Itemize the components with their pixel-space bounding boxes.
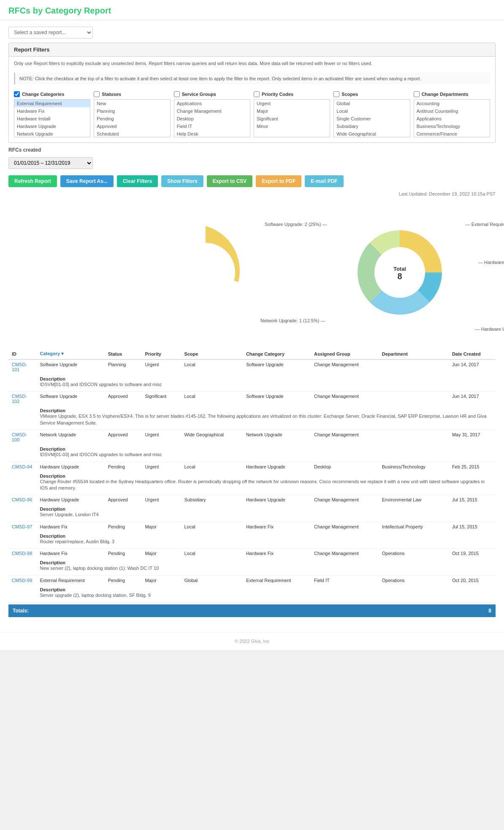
row-status: Pending [105, 522, 142, 531]
list-item[interactable]: Wide Geographical [334, 130, 409, 137]
donut-hole [176, 243, 235, 302]
list-item[interactable]: Network Upgrade [14, 130, 90, 137]
list-item[interactable]: Pending [94, 115, 170, 122]
row-id-link[interactable]: CMSD-102 [12, 394, 27, 404]
list-item[interactable]: Minor [254, 122, 330, 130]
donut-wrapper: Total 8 — External Requirement: 1 (12.5%… [353, 226, 446, 319]
list-item[interactable]: Business/Technology [414, 122, 490, 130]
list-item[interactable]: Subsidiary [334, 122, 409, 130]
priority-codes-list: Urgent Major Significant Minor [254, 99, 330, 137]
row-status: Pending [105, 575, 142, 585]
change-categories-checkbox[interactable] [14, 91, 20, 97]
list-item[interactable]: Scheduled [94, 130, 170, 137]
row-priority: Urgent [141, 430, 181, 445]
row-scope: Wide Geographical [181, 430, 243, 445]
table-row-desc: Description Change Router #55534 located… [8, 471, 496, 495]
scopes-label: Scopes [341, 92, 358, 97]
email-pdf-button[interactable]: E-mail PDF [305, 175, 343, 187]
list-item[interactable]: Urgent [254, 100, 330, 107]
row-department [379, 359, 449, 374]
change-departments-label: Change Departments [422, 92, 469, 97]
save-report-button[interactable]: Save Report As... [60, 175, 114, 187]
row-assigned-group: Desktop [311, 462, 379, 471]
list-item[interactable]: External Requirement [14, 100, 90, 107]
row-id-link[interactable]: CMSD-97 [12, 524, 32, 529]
totals-value: 8 [488, 608, 491, 614]
row-id-link[interactable]: CMSD-98 [12, 551, 32, 556]
row-description: Description Router repair/replace, Austi… [37, 531, 496, 549]
row-id-link[interactable]: CMSD-94 [12, 464, 32, 469]
label-hardware-upgrade: — Hardware Upgrade: 2 (25%) [475, 327, 504, 332]
row-priority: Urgent [141, 462, 181, 471]
table-row-desc: Description IDSVM[01-03] and IDSCON upgr… [8, 444, 496, 462]
row-description: Description Server Upgrade, London IT4 [37, 504, 496, 522]
list-item[interactable]: Global [334, 100, 409, 107]
col-category[interactable]: Category ▾ [37, 348, 105, 359]
table-row-desc: Description Router repair/replace, Austi… [8, 531, 496, 549]
row-id-link[interactable]: CMSD-100 [12, 432, 27, 442]
row-id-link[interactable]: CMSD-96 [12, 497, 32, 502]
clear-filters-button[interactable]: Clear Filters [117, 175, 158, 187]
list-item[interactable]: Accounting [414, 100, 490, 107]
list-item[interactable]: Hardware Upgrade [14, 122, 90, 130]
filter-change-departments: Change Departments Accounting Antitrust … [414, 91, 490, 137]
list-item[interactable]: Approved [94, 122, 170, 130]
list-item[interactable]: Planning [94, 107, 170, 115]
saved-report-select[interactable]: Select a saved report... [8, 27, 93, 38]
row-assigned-group: Change Management [311, 430, 379, 445]
row-description: Description New server (2), laptop docki… [37, 558, 496, 575]
export-pdf-button[interactable]: Export to PDF [256, 175, 301, 187]
list-item[interactable]: Significant [254, 115, 330, 122]
row-date-created: Jun 14, 2017 [449, 359, 496, 374]
list-item[interactable]: Antitrust Counseling [414, 107, 490, 115]
row-scope: Subsidiary [181, 495, 243, 505]
export-csv-button[interactable]: Export to CSV [207, 175, 253, 187]
show-filters-button[interactable]: Show Filters [161, 175, 203, 187]
toolbar: Refresh Report Save Report As... Clear F… [8, 175, 496, 187]
list-item[interactable]: Help Desk [174, 130, 250, 137]
row-department [379, 392, 449, 406]
list-item[interactable]: Local [334, 107, 409, 115]
row-scope: Local [181, 522, 243, 531]
list-item[interactable]: Change Management [174, 107, 250, 115]
row-change-category: Hardware Upgrade [243, 462, 311, 471]
list-item[interactable]: Hardware Install [14, 115, 90, 122]
statuses-checkbox[interactable] [94, 91, 100, 97]
change-departments-checkbox[interactable] [414, 91, 420, 97]
list-item[interactable]: Desktop [174, 115, 250, 122]
donut-svg: Total 8 [353, 226, 446, 319]
row-category: External Requirement [37, 575, 105, 585]
list-item[interactable]: Major [254, 107, 330, 115]
scopes-list: Global Local Single Customer Subsidiary … [333, 99, 410, 137]
table-row: CMSD-96 Hardware Upgrade Approved Urgent… [8, 495, 496, 505]
list-item[interactable]: Field IT [174, 122, 250, 130]
list-item[interactable]: New [94, 100, 170, 107]
row-id-link[interactable]: CMSD-99 [12, 578, 32, 583]
scopes-checkbox[interactable] [333, 91, 339, 97]
list-item[interactable]: Single Customer [334, 115, 409, 122]
change-departments-list: Accounting Antitrust Counseling Applicat… [414, 99, 490, 137]
filters-note-line2: NOTE: Click the checkbox at the top of a… [14, 73, 490, 85]
row-category: Hardware Fix [37, 522, 105, 531]
row-description: Description IDSVM[01-03] and IDSCON upgr… [37, 374, 496, 392]
rfcs-table: ID Category ▾ Status Priority Scope Chan… [8, 348, 496, 602]
list-item[interactable]: Applications [174, 100, 250, 107]
list-item[interactable]: Commerce/Finance [414, 130, 490, 137]
table-row-desc: Description VMware Upgrade, ESX 3.5 to V… [8, 406, 496, 430]
list-item[interactable]: Hardware Fix [14, 107, 90, 115]
refresh-button[interactable]: Refresh Report [8, 175, 57, 187]
row-change-category: Network Upgrade [243, 430, 311, 445]
list-item[interactable]: Applications [414, 115, 490, 122]
row-department: Environmental Law [379, 495, 449, 505]
row-description: Description Change Router #55534 located… [37, 471, 496, 495]
service-groups-checkbox[interactable] [174, 91, 180, 97]
row-date-created: Jul 15, 2015 [449, 522, 496, 531]
change-categories-label: Change Categories [22, 92, 64, 97]
statuses-list: New Planning Pending Approved Scheduled [94, 99, 170, 137]
table-row: CMSD-98 Hardware Fix Pending Major Local… [8, 549, 496, 558]
row-id-link[interactable]: CMSD-101 [12, 362, 27, 372]
priority-codes-checkbox[interactable] [254, 91, 260, 97]
col-assigned-group: Assigned Group [311, 348, 379, 359]
col-scope: Scope [181, 348, 243, 359]
date-range-select[interactable]: 01/01/2015 – 12/31/2019 [8, 157, 93, 169]
